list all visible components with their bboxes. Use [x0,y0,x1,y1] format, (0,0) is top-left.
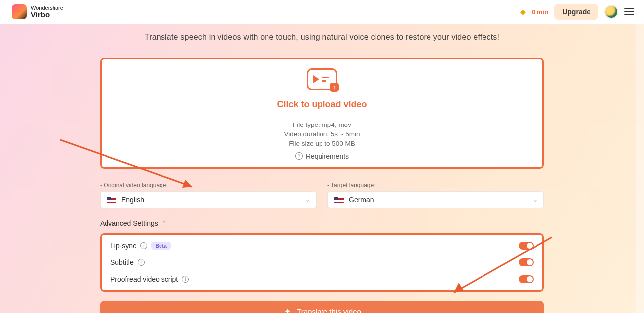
chevron-up-icon: ⌃ [162,220,166,227]
subtitle-toggle[interactable] [519,258,534,266]
lipsync-label: Lip-sync [110,242,136,250]
lipsync-row: Lip-sync i Beta [110,242,534,250]
upload-filesize: File size up to 500 MB [289,140,355,147]
menu-button[interactable] [624,8,634,15]
target-language-select[interactable]: German ⌄ [327,191,544,208]
avatar[interactable] [604,5,618,19]
proofread-toggle[interactable] [519,275,534,283]
info-icon[interactable]: i [182,276,189,283]
beta-badge: Beta [151,242,171,250]
target-language-col: - Target language: German ⌄ [327,182,544,208]
top-right: ◆ 0 min Upgrade [520,4,634,20]
original-language-label: - Original video language: [100,182,317,188]
brand-logo-icon [12,4,27,19]
advanced-settings-toggle[interactable]: Advanced Settings ⌃ [100,219,544,227]
chevron-down-icon: ⌄ [533,196,537,203]
requirements-link[interactable]: ? Requirements [295,152,349,160]
upload-duration: Video duration: 5s ~ 5min [284,130,360,138]
translate-button-label: Translate this video [297,307,361,313]
advanced-settings-label: Advanced Settings [100,219,158,227]
chevron-down-icon: ⌄ [305,196,310,203]
info-icon[interactable]: i [140,242,147,249]
upgrade-button[interactable]: Upgrade [554,4,598,20]
target-language-value: German [349,196,528,204]
target-language-label: - Target language: [327,182,544,188]
flag-us-icon [334,197,344,203]
upload-card[interactable]: ↑ Click to upload video File type: mp4, … [100,58,544,169]
upload-video-icon: ↑ [307,68,337,90]
brand-text: Wondershare Virbo [31,5,63,18]
gem-icon: ◆ [520,8,526,16]
divider [250,116,394,116]
info-icon[interactable]: i [138,259,145,266]
question-icon: ? [295,152,303,160]
proofread-row: Proofread video script i [110,275,534,283]
lipsync-toggle[interactable] [519,242,534,250]
upload-filetype: File type: mp4, mov [293,121,351,128]
language-row: - Original video language: English ⌄ - T… [100,182,544,208]
translate-button[interactable]: ✦ Translate this video [100,301,544,313]
subtitle-row: Subtitle i [110,258,534,266]
flag-us-icon [107,197,116,203]
proofread-label: Proofread video script [110,275,178,283]
translate-icon: ✦ [283,307,292,313]
main-column: Translate speech in videos with one touc… [100,24,544,313]
original-language-col: - Original video language: English ⌄ [100,182,317,208]
requirements-label: Requirements [306,152,349,160]
advanced-settings-card: Lip-sync i Beta Subtitle i Proofread vid… [100,233,544,292]
top-bar: Wondershare Virbo ◆ 0 min Upgrade [0,0,644,24]
original-language-select[interactable]: English ⌄ [100,191,317,208]
scrollbar[interactable] [636,24,644,313]
brand-line2: Virbo [31,11,63,18]
tagline: Translate speech in videos with one touc… [100,33,544,42]
subtitle-label: Subtitle [110,258,134,266]
upload-cta: Click to upload video [277,99,367,114]
original-language-value: English [121,196,300,204]
brand[interactable]: Wondershare Virbo [12,4,63,19]
minutes-remaining: 0 min [532,8,548,16]
